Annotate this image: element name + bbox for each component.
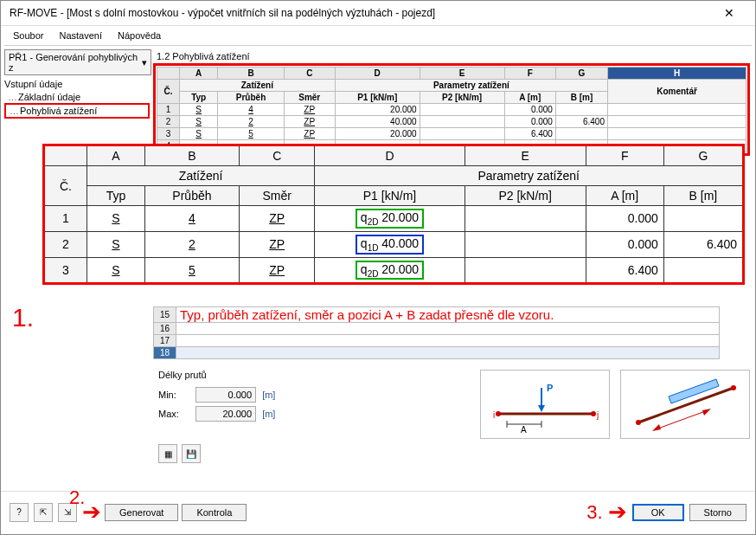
svg-text:A: A — [521, 425, 527, 435]
case-selector[interactable]: PŘ1 - Generování pohyblivých z ▾ — [4, 49, 151, 75]
close-icon[interactable]: ✕ — [712, 6, 746, 20]
loads-table-zoom: ABC DEFG Č. Zatížení Parametry zatížení … — [42, 144, 745, 285]
svg-marker-18 — [702, 409, 711, 416]
svg-text:i: i — [493, 410, 495, 420]
generate-button[interactable]: Generovat — [105, 504, 178, 521]
loads-table-small[interactable]: ABC DEFG H Č. Zatížení Parametry zatížen… — [157, 67, 746, 152]
load-diagram-1: i j P A — [480, 370, 610, 439]
check-button[interactable]: Kontrola — [182, 504, 247, 521]
panel-title: 1.2 Pohyblivá zatížení — [153, 49, 750, 63]
annotation-2: 2. — [69, 487, 85, 509]
svg-point-2 — [591, 411, 596, 416]
help-icon[interactable]: ? — [10, 503, 29, 522]
export-icon[interactable]: ⇱ — [34, 503, 53, 522]
case-selector-text: PŘ1 - Generování pohyblivých z — [9, 52, 142, 73]
svg-point-14 — [731, 385, 736, 390]
menu-settings[interactable]: Nastavení — [52, 28, 109, 43]
svg-text:j: j — [596, 410, 599, 420]
tree-heading: Vstupní údaje — [4, 79, 150, 89]
svg-marker-15 — [669, 379, 719, 403]
menu-file[interactable]: Soubor — [6, 28, 50, 43]
window-title: RF-MOVE - [Most s dolní mostovkou - výpo… — [10, 7, 435, 19]
svg-point-1 — [496, 411, 501, 416]
annotation-1: 1. — [12, 303, 34, 332]
load-diagram-2 — [620, 370, 750, 439]
min-length: 0.000 — [195, 387, 256, 403]
menu-help[interactable]: Nápověda — [111, 28, 168, 43]
icon-button-1[interactable]: ▦ — [158, 444, 177, 463]
max-length: 20.000 — [195, 406, 256, 422]
arrow-3: ➔ — [608, 499, 627, 525]
annotation-3: 3. — [586, 501, 602, 524]
member-lengths: Délky prutů Min: 0.000 [m] Max: 20.000 [… — [158, 370, 275, 423]
tree-basic-data[interactable]: Základní údaje — [4, 91, 150, 103]
svg-marker-6 — [538, 405, 545, 412]
svg-text:P: P — [547, 383, 553, 393]
icon-button-2[interactable]: 💾 — [182, 444, 201, 463]
tree-moving-loads[interactable]: Pohyblivá zatížení — [4, 103, 150, 119]
svg-point-13 — [636, 420, 641, 425]
chevron-down-icon: ▾ — [142, 57, 147, 68]
svg-marker-17 — [652, 424, 661, 431]
lengths-title: Délky prutů — [158, 370, 275, 380]
ok-button[interactable]: OK — [632, 504, 684, 521]
cancel-button[interactable]: Storno — [689, 504, 746, 521]
instruction-text: Typ, průběh zatížení, směr a pozici A + … — [180, 307, 554, 322]
menubar: Soubor Nastavení Nápověda — [1, 26, 755, 45]
